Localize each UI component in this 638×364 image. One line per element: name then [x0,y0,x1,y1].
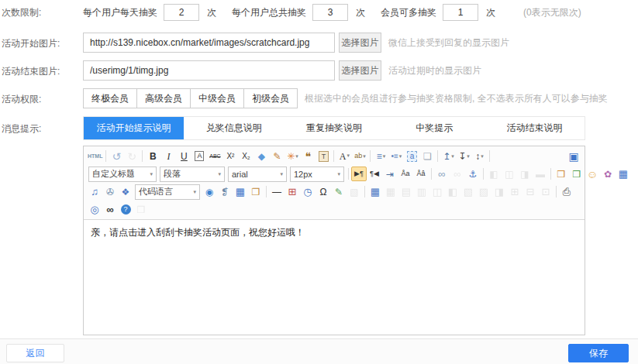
paste-plain-icon: ❐ [133,202,149,217]
daily-draw-limit-input[interactable] [164,4,199,21]
eraser-icon[interactable]: ◆ [253,149,269,163]
source-code-icon[interactable]: HTML [87,149,103,163]
link-icon[interactable]: ∞ [434,167,450,181]
iframe-icon[interactable]: ▦ [233,184,248,199]
search-replace-icon[interactable]: ∞ [102,202,118,217]
new-page-icon[interactable]: ❏ [419,149,435,163]
highlight-color-icon[interactable]: ab▾ [352,149,367,163]
font-size-select[interactable]: 12px▾ [290,167,344,182]
print-icon[interactable]: ⎙ [559,184,574,199]
edit-image-icon[interactable]: ✎ [331,184,347,199]
special-chars-icon[interactable]: Ω [316,184,331,199]
uppercase-icon[interactable]: Åa [398,167,413,181]
split-col-icon: ⊡ [538,184,554,199]
rtl-paragraph-icon[interactable]: ¶◀ [367,167,382,181]
undo-icon[interactable]: ↺ [109,149,124,163]
indent-icon[interactable]: ⇥ [382,167,398,181]
start-image-label: 活动开始图片: [2,37,60,50]
toolbar-separator [431,168,432,180]
total-draw-limit-field: 每个用户总共抽奖次 [232,4,365,21]
font-color-icon[interactable]: A▾ [336,149,352,163]
date-icon[interactable]: ⊞ [285,184,300,199]
table-caption-icon: ▤ [398,184,414,199]
pagebreak-icon[interactable]: ❡ [217,184,233,199]
toolbar-separator [333,150,334,162]
member-level-button[interactable]: 终极会员 [83,88,137,108]
permission-label: 活动权限: [2,93,41,106]
snapshot-icon[interactable]: ❐ [248,184,264,199]
superscript-icon[interactable]: X² [222,149,238,163]
image-center-icon: ◫ [502,167,517,181]
start-image-content: 选择图片 微信上接受到回复的显示图片 [83,33,509,53]
message-tab[interactable]: 活动结束说明 [485,117,585,139]
end-image-content: 选择图片 活动过期时的显示图片 [83,60,481,81]
custom-title-select[interactable]: 自定义标题▾ [88,167,157,182]
editor-content[interactable]: 亲，请点击进入刮刮卡抽奖活动页面，祝您好运哦！ [84,220,585,335]
message-tab[interactable]: 活动开始提示说明 [84,117,184,139]
toolbar-separator [550,168,551,180]
image-left-icon: ◧ [486,167,502,181]
back-button[interactable]: 返回 [6,344,64,362]
video-icon[interactable]: ▦ [616,167,631,181]
map-icon[interactable]: ◉ [202,184,217,199]
limits-label: 次数限制: [2,6,41,19]
emotion-icon[interactable]: ☺ [585,167,600,181]
limits-row: 次数限制: 每个用户每天抽奖次每个用户总共抽奖次会员可多抽奖次(0表示无限次) [0,3,638,22]
auto-typeset-icon[interactable]: ✳▾ [285,149,300,163]
insert-page-icon[interactable]: ❖ [118,184,133,199]
image-icon[interactable]: ❒ [554,167,569,181]
code-language-select[interactable]: 代码语言▾ [135,184,200,200]
end-image-choose-button[interactable]: 选择图片 [339,60,381,81]
member-extra-draw-limit-input[interactable] [443,4,478,21]
scrawl-icon[interactable]: ✿ [600,167,616,181]
end-image-input[interactable] [83,60,335,81]
bold-icon[interactable]: B [145,149,160,163]
merge-right-icon: ◨ [491,184,507,199]
format-painter-icon[interactable]: ✎ [269,149,285,163]
horizontal-rule-icon[interactable]: — [269,184,285,199]
toolbar-separator [105,150,106,162]
member-level-button[interactable]: 高级会员 [137,88,191,108]
redo-icon: ↻ [124,149,140,163]
daily-draw-limit-label: 每个用户每天抽奖 [83,6,157,19]
message-tab[interactable]: 中奖提示 [385,117,485,139]
anchor-icon[interactable]: ⚓ [465,167,481,181]
bordered-text-icon[interactable]: A [191,149,207,163]
paragraph-select[interactable]: 段落▾ [160,167,225,182]
line-height-icon[interactable]: ↕▾ [471,149,487,163]
paragraph-spacing-icon[interactable]: ↧▾ [456,149,471,163]
message-tab[interactable]: 重复抽奖说明 [284,117,384,139]
start-image-input[interactable] [83,33,335,53]
attachment-icon[interactable]: ✇ [102,184,118,199]
paste-text-icon[interactable]: T [316,149,331,163]
blockquote-icon[interactable]: ❝ [300,149,316,163]
insert-table-icon[interactable]: ▦ [367,184,383,199]
insert-image-icon[interactable]: ❒ [569,167,585,181]
member-level-button[interactable]: 中级会员 [191,88,244,108]
font-family-select[interactable]: arial▾ [228,167,287,182]
indent-top-icon[interactable]: ↥▾ [440,149,456,163]
split-row-icon: ⊟ [522,184,538,199]
toolbar-separator [489,150,490,162]
preview-icon[interactable]: ◎ [87,202,102,217]
start-image-choose-button[interactable]: 选择图片 [339,33,381,53]
image-right-icon: ◨ [517,167,533,181]
help-icon[interactable]: ? [118,202,133,217]
subscript-icon[interactable]: X₂ [238,149,253,163]
member-level-button[interactable]: 初级会员 [244,88,298,108]
underline-icon[interactable]: U [176,149,191,163]
message-tab[interactable]: 兑奖信息说明 [184,117,284,139]
toolbar-separator [556,186,557,197]
fullscreen-icon[interactable]: ▣ [566,149,581,163]
total-draw-limit-input[interactable] [312,4,348,21]
ltr-paragraph-icon[interactable]: ▶¶ [351,167,367,181]
ordered-list-icon[interactable]: ≡▾ [373,149,388,163]
unordered-list-icon[interactable]: •≡▾ [388,149,404,163]
time-icon[interactable]: ◷ [300,184,316,199]
anchor-text-icon[interactable]: a [404,149,419,163]
save-button[interactable]: 保存 [568,344,629,362]
music-icon[interactable]: ♫ [87,184,102,199]
italic-icon[interactable]: I [160,149,176,163]
strikethrough-icon[interactable]: ABC [207,149,222,163]
lowercase-icon[interactable]: Åâ [413,167,429,181]
